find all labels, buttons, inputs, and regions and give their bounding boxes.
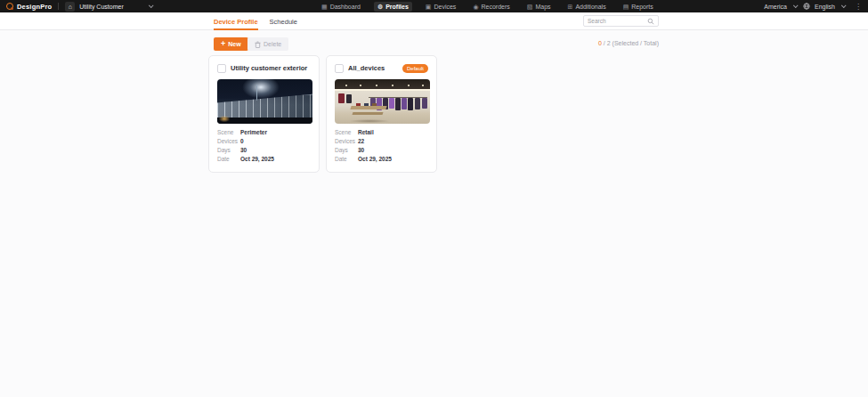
reports-icon: ▤ bbox=[623, 4, 629, 10]
display-table bbox=[350, 106, 386, 109]
ground bbox=[217, 117, 312, 124]
region-selector[interactable]: America bbox=[764, 4, 787, 10]
chevron-down-icon[interactable] bbox=[841, 3, 847, 8]
nav-item-devices[interactable]: ▣ Devices bbox=[422, 2, 460, 12]
workspace-selector[interactable]: Utility Customer bbox=[79, 4, 123, 10]
light-pole bbox=[256, 85, 257, 101]
detail-label: Date bbox=[217, 156, 240, 162]
detail-row-days: Days 30 bbox=[335, 147, 428, 155]
detail-label: Scene bbox=[217, 129, 240, 135]
tab-device-profile[interactable]: Device Profile bbox=[214, 12, 258, 30]
app-window: DesignPro ⌂ Utility Customer ▦ Dashboard… bbox=[0, 0, 868, 397]
garment bbox=[408, 98, 413, 110]
counter-text: / 2 (Selected / Total) bbox=[602, 40, 659, 46]
detail-row-days: Days 30 bbox=[217, 147, 311, 155]
logo-icon bbox=[6, 3, 13, 10]
profile-card-utility-exterior[interactable]: Utility customer exterior Scene Perimete… bbox=[208, 55, 320, 173]
detail-value: 22 bbox=[358, 138, 364, 144]
globe-icon bbox=[803, 3, 810, 10]
display-table-shelf bbox=[353, 112, 384, 115]
card-details: Scene Perimeter Devices 0 Days 30 Date O… bbox=[217, 129, 311, 164]
nav-label: Dashboard bbox=[330, 4, 361, 10]
new-button-label: New bbox=[228, 41, 240, 47]
devices-icon: ▣ bbox=[426, 4, 432, 10]
detail-value: 30 bbox=[240, 147, 247, 153]
delete-button-label: Delete bbox=[264, 41, 281, 47]
garment bbox=[422, 98, 427, 109]
card-checkbox[interactable] bbox=[335, 64, 344, 73]
warm-light-patch bbox=[219, 116, 230, 122]
tab-schedule[interactable]: Schedule bbox=[270, 12, 297, 30]
divider bbox=[58, 3, 59, 10]
detail-row-scene: Scene Retail bbox=[335, 129, 428, 137]
profile-card-list: Utility customer exterior Scene Perimete… bbox=[208, 55, 437, 173]
nav-item-reports[interactable]: ▤ Reports bbox=[620, 2, 657, 12]
search-input[interactable] bbox=[588, 18, 647, 24]
nav-label: Devices bbox=[434, 4, 456, 10]
maps-icon: ▧ bbox=[527, 4, 533, 10]
detail-label: Devices bbox=[335, 138, 358, 144]
new-button[interactable]: + New bbox=[214, 37, 248, 51]
delete-button[interactable]: Delete bbox=[247, 37, 288, 51]
detail-row-date: Date Oct 29, 2025 bbox=[217, 156, 311, 164]
recorders-icon: ◉ bbox=[473, 4, 478, 10]
nav-label: Maps bbox=[535, 4, 550, 10]
main-nav: ▦ Dashboard ⚙ Profiles ▣ Devices ◉ Recor… bbox=[318, 0, 657, 12]
detail-value: Retail bbox=[358, 129, 374, 135]
dashboard-icon: ▦ bbox=[321, 4, 328, 10]
detail-label: Devices bbox=[217, 138, 240, 144]
detail-value: Perimeter bbox=[240, 129, 267, 135]
detail-value: Oct 29, 2025 bbox=[358, 156, 392, 162]
floodlight-glow bbox=[242, 79, 280, 99]
chevron-down-icon[interactable] bbox=[149, 3, 154, 8]
garment bbox=[338, 93, 345, 103]
card-details: Scene Retail Devices 22 Days 30 Date Oct… bbox=[335, 129, 428, 164]
nav-label: Recorders bbox=[481, 4, 509, 10]
detail-row-date: Date Oct 29, 2025 bbox=[335, 156, 428, 164]
trash-icon bbox=[255, 41, 261, 48]
nav-item-profiles[interactable]: ⚙ Profiles bbox=[374, 2, 412, 12]
card-header: Utility customer exterior bbox=[217, 63, 311, 73]
garment bbox=[346, 94, 352, 103]
brand-name: DesignPro bbox=[17, 3, 52, 11]
garment bbox=[402, 98, 407, 109]
detail-label: Days bbox=[217, 147, 240, 153]
detail-value: Oct 29, 2025 bbox=[240, 156, 274, 162]
nav-label: Reports bbox=[631, 4, 653, 10]
nav-item-dashboard[interactable]: ▦ Dashboard bbox=[318, 2, 364, 12]
card-checkbox[interactable] bbox=[217, 64, 226, 73]
card-header: All_devices Default bbox=[335, 63, 428, 73]
detail-row-devices: Devices 0 bbox=[217, 138, 311, 146]
top-app-bar: DesignPro ⌂ Utility Customer ▦ Dashboard… bbox=[0, 0, 868, 12]
default-badge: Default bbox=[402, 64, 428, 73]
card-title: All_devices bbox=[348, 64, 385, 72]
search-box bbox=[583, 15, 659, 27]
home-icon[interactable]: ⌂ bbox=[65, 2, 75, 12]
more-menu-icon[interactable]: ⋮ bbox=[855, 3, 862, 11]
detail-value: 0 bbox=[240, 138, 244, 144]
nav-item-additionals[interactable]: ⊞ Additionals bbox=[564, 2, 610, 12]
garment bbox=[395, 98, 401, 110]
spotlights bbox=[345, 85, 347, 86]
profile-card-all-devices[interactable]: All_devices Default bbox=[326, 55, 437, 173]
card-thumbnail-night-perimeter[interactable] bbox=[217, 79, 312, 124]
language-selector[interactable]: English bbox=[815, 4, 835, 10]
detail-label: Date bbox=[335, 156, 358, 162]
nav-label: Additionals bbox=[575, 4, 605, 10]
detail-label: Scene bbox=[335, 129, 358, 135]
chevron-down-icon[interactable] bbox=[793, 3, 799, 8]
detail-value: 30 bbox=[358, 147, 364, 153]
additionals-icon: ⊞ bbox=[568, 4, 573, 10]
nav-item-recorders[interactable]: ◉ Recorders bbox=[469, 2, 513, 12]
store-ceiling bbox=[335, 79, 430, 89]
card-thumbnail-retail-store[interactable] bbox=[335, 79, 430, 124]
cove-light bbox=[335, 89, 430, 91]
floor-shadow bbox=[349, 119, 390, 123]
nav-item-maps[interactable]: ▧ Maps bbox=[523, 2, 555, 12]
detail-label: Days bbox=[335, 147, 358, 153]
nav-label: Profiles bbox=[385, 4, 409, 10]
plus-icon: + bbox=[221, 40, 225, 48]
search-icon[interactable] bbox=[647, 18, 654, 25]
tabs: Device Profile Schedule bbox=[214, 12, 297, 30]
detail-row-devices: Devices 22 bbox=[335, 138, 428, 146]
